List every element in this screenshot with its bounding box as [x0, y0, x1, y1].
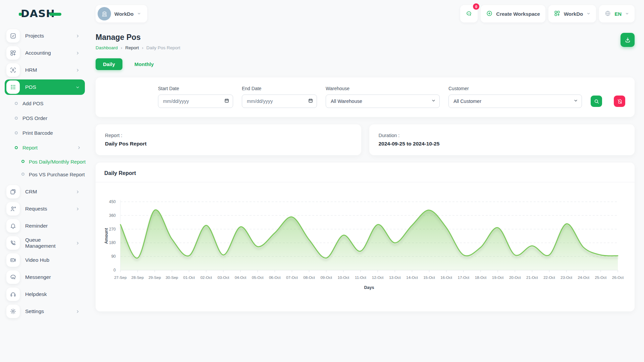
sidebar-item-messenger[interactable]: Messenger — [5, 269, 85, 285]
svg-text:0: 0 — [113, 268, 116, 273]
summary-row: Report : Daily Pos Report Duration : 202… — [96, 124, 635, 155]
logo-dash-icon — [49, 13, 61, 16]
chat-icon — [466, 10, 472, 17]
sidebar-item-add-pos[interactable]: Add POS — [15, 97, 89, 110]
breadcrumb: Dashboard›Report›Daily Pos Report — [96, 45, 180, 50]
bullet-icon — [15, 131, 18, 134]
main-area: WorkDo 0 Create Workspace WorkDo — [89, 0, 644, 362]
svg-text:360: 360 — [109, 213, 116, 218]
chart-svg: 09018027036045027-Sep28-Sep29-Sep30-Sep0… — [102, 186, 626, 299]
reset-icon — [617, 99, 623, 104]
notifications-button[interactable]: 0 — [460, 5, 478, 22]
chevron-down-icon — [586, 11, 591, 17]
svg-text:10-Oct: 10-Oct — [338, 276, 350, 280]
chevron-right-icon — [76, 145, 89, 150]
apps-icon — [6, 46, 20, 60]
sidebar-item-pos-daily-monthly-report[interactable]: Pos Daily/Monthly Report — [21, 156, 90, 168]
breadcrumb-report[interactable]: Report — [125, 45, 139, 50]
user-plus-icon — [6, 202, 20, 216]
create-workspace-button[interactable]: Create Workspace — [481, 5, 545, 22]
language-label: EN — [614, 11, 622, 17]
workspace-menu[interactable]: WorkDo — [548, 5, 596, 22]
sidebar-item-pos[interactable]: POS — [5, 79, 85, 95]
sidebar-item-hrm[interactable]: HRM — [5, 62, 85, 78]
svg-text:13-Oct: 13-Oct — [389, 276, 401, 280]
svg-text:28-Sep: 28-Sep — [131, 276, 144, 280]
sidebar-item-queue-management[interactable]: Queue Management — [5, 235, 85, 251]
tab-daily[interactable]: Daily — [96, 58, 122, 70]
bullet-icon — [15, 146, 18, 149]
language-selector[interactable]: EN — [599, 5, 635, 22]
svg-text:90: 90 — [111, 254, 116, 259]
end-date-input[interactable] — [242, 95, 317, 108]
svg-text:270: 270 — [109, 227, 116, 232]
report-value: Daily Pos Report — [105, 141, 352, 147]
breadcrumb-dashboard[interactable]: Dashboard — [96, 45, 118, 50]
sidebar-item-label: Messenger — [25, 274, 51, 280]
customer-select[interactable]: All Customer — [448, 95, 582, 108]
svg-text:27-Sep: 27-Sep — [114, 276, 126, 280]
workspace-menu-label: WorkDo — [564, 11, 583, 17]
chevron-right-icon: › — [121, 45, 122, 50]
workspace-selector[interactable]: WorkDo — [96, 5, 147, 22]
report-summary-card: Report : Daily Pos Report — [96, 124, 361, 155]
daily-report-card: Daily Report 09018027036045027-Sep28-Sep… — [96, 163, 635, 311]
chevron-right-icon — [75, 68, 80, 73]
phone-call-icon — [6, 236, 20, 250]
download-icon — [624, 37, 631, 44]
sidebar-item-pos-order[interactable]: POS Order — [15, 111, 89, 125]
duration-value: 2024-09-25 to 2024-10-25 — [379, 141, 626, 147]
start-date-input[interactable] — [158, 95, 233, 108]
sidebar-item-pos-vs-purchase-report[interactable]: Pos VS Purchase Report — [21, 168, 90, 181]
warehouse-select[interactable]: All Warehouse — [326, 95, 440, 108]
svg-text:19-Oct: 19-Oct — [492, 276, 504, 280]
svg-text:23-Oct: 23-Oct — [560, 276, 572, 280]
sidebar-item-print-barcode[interactable]: Print Barcode — [15, 126, 89, 139]
warehouse-label: Warehouse — [326, 86, 440, 91]
notification-badge: 0 — [473, 3, 479, 10]
plus-circle-icon — [486, 10, 493, 18]
filter-card: Start Date End Date Warehouse All Wareho… — [96, 77, 635, 117]
download-button[interactable] — [621, 33, 635, 47]
create-workspace-label: Create Workspace — [496, 11, 540, 17]
svg-text:11-Oct: 11-Oct — [355, 276, 366, 280]
video-icon — [6, 253, 20, 267]
sidebar-item-accounting[interactable]: Accounting — [5, 45, 85, 61]
chevron-down-icon — [75, 85, 80, 90]
svg-text:08-Oct: 08-Oct — [303, 276, 315, 280]
chevron-down-icon — [137, 11, 141, 17]
svg-text:17-Oct: 17-Oct — [458, 276, 470, 280]
chevron-right-icon — [75, 206, 80, 212]
sidebar-item-helpdesk[interactable]: Helpdesk — [5, 287, 85, 302]
sidebar-item-reminder[interactable]: Reminder — [5, 218, 85, 234]
reset-button[interactable] — [614, 96, 625, 107]
svg-text:06-Oct: 06-Oct — [269, 276, 281, 280]
svg-text:16-Oct: 16-Oct — [440, 276, 452, 280]
chevron-right-icon — [75, 241, 80, 246]
tab-monthly[interactable]: Monthly — [127, 58, 161, 70]
svg-text:26-Oct: 26-Oct — [612, 276, 624, 280]
start-date-field: Start Date — [158, 86, 233, 108]
sidebar-item-projects[interactable]: Projects — [5, 28, 85, 44]
sidebar-item-requests[interactable]: Requests — [5, 201, 85, 217]
bullet-icon — [15, 102, 18, 105]
search-button[interactable] — [591, 96, 602, 107]
workspace-name: WorkDo — [114, 11, 133, 17]
svg-text:180: 180 — [109, 240, 116, 245]
customer-label: Customer — [448, 86, 582, 91]
brand-logo[interactable]: DASH — [5, 4, 89, 23]
svg-text:Days: Days — [364, 285, 374, 290]
svg-text:24-Oct: 24-Oct — [578, 276, 589, 280]
sidebar-item-label: Video Hub — [25, 257, 49, 263]
sidebar-item-label: Settings — [25, 308, 44, 314]
sidebar-item-settings[interactable]: Settings — [5, 304, 85, 319]
chevron-down-icon — [625, 11, 629, 17]
scan-user-icon — [6, 63, 20, 77]
sidebar-item-label: Reminder — [25, 223, 48, 229]
sidebar-item-label: POS — [25, 84, 36, 90]
sidebar-item-report[interactable]: Report — [15, 141, 89, 154]
sidebar-item-crm[interactable]: CRM — [5, 184, 85, 199]
svg-text:22-Oct: 22-Oct — [543, 276, 555, 280]
duration-summary-card: Duration : 2024-09-25 to 2024-10-25 — [369, 124, 635, 155]
sidebar-item-video-hub[interactable]: Video Hub — [5, 252, 85, 268]
